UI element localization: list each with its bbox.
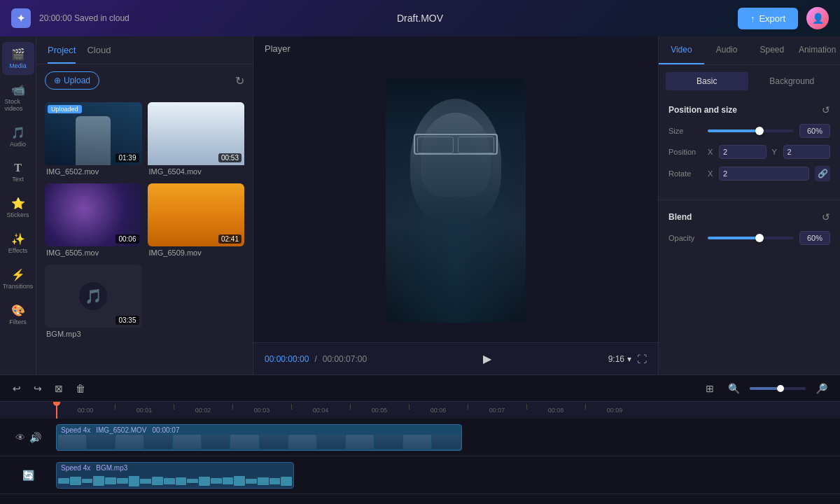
- delete-button[interactable]: 🗑: [71, 380, 90, 397]
- rotate-x-field[interactable]: [719, 167, 809, 181]
- media-duration-4: 02:41: [218, 234, 241, 244]
- reset-position-icon[interactable]: ↺: [822, 104, 830, 115]
- rotate-row: Rotate X 🔗: [668, 166, 830, 181]
- save-status: 20:00:00 Saved in cloud: [39, 13, 729, 23]
- ruler-mark-1: 00:01: [115, 407, 174, 414]
- subtab-basic[interactable]: Basic: [666, 72, 748, 90]
- sidebar-item-media[interactable]: 🎬 Media: [2, 42, 34, 75]
- media-name-1: IMG_6502.mov: [45, 165, 142, 178]
- refresh-button[interactable]: ↻: [235, 74, 244, 88]
- add-track-button[interactable]: ⊞: [701, 380, 718, 397]
- blend-title: Blend: [668, 212, 692, 222]
- size-slider[interactable]: [708, 130, 794, 132]
- size-row: Size 60%: [668, 124, 830, 138]
- stickers-icon: ⭐: [11, 197, 25, 210]
- frame-12: [374, 435, 402, 449]
- zoom-in-button[interactable]: 🔎: [811, 380, 832, 397]
- fullscreen-button[interactable]: ⛶: [637, 354, 647, 365]
- frame-11: [346, 435, 374, 449]
- media-item-1[interactable]: Uploaded 01:39 IMG_6502.mov: [45, 102, 142, 178]
- tab-cloud[interactable]: Cloud: [87, 45, 111, 64]
- video-track-visibility[interactable]: 👁: [15, 432, 25, 443]
- media-item-4[interactable]: 02:41 IMG_6509.mov: [148, 183, 245, 259]
- play-button[interactable]: ▶: [477, 349, 497, 369]
- opacity-value[interactable]: 60%: [799, 231, 830, 245]
- media-duration-2: 00:53: [218, 153, 241, 162]
- frame-10: [317, 435, 345, 449]
- effects-icon: ✨: [11, 232, 25, 246]
- frame-2: [87, 435, 115, 449]
- export-button[interactable]: ↑ Export: [738, 8, 798, 29]
- split-button[interactable]: ⊠: [50, 380, 67, 397]
- wave-bar: [70, 477, 81, 485]
- ruler-mark-6: 00:06: [409, 407, 468, 414]
- uploaded-badge: Uploaded: [48, 105, 82, 113]
- audio-file-icon: 🎵: [79, 282, 107, 310]
- video-track-lock[interactable]: 🔊: [29, 432, 41, 443]
- right-panel: Video Audio Speed Animation Basic Backgr…: [658, 36, 840, 374]
- media-item-3[interactable]: 00:06 IMG_6505.mov: [45, 183, 142, 259]
- position-row: Position X Y: [668, 145, 830, 159]
- wave-bar: [281, 477, 292, 486]
- media-item-5[interactable]: 🎵 03:35 BGM.mp3: [45, 265, 142, 340]
- subtab-background[interactable]: Background: [751, 72, 834, 90]
- topbar-right: ↑ Export 👤: [738, 7, 829, 29]
- upload-button[interactable]: ⊕ Upload: [45, 71, 99, 90]
- opacity-slider[interactable]: [708, 237, 794, 239]
- wave-bar: [176, 477, 187, 485]
- audio-track-lock[interactable]: 🔄: [22, 470, 34, 481]
- position-y-field[interactable]: [783, 145, 831, 159]
- redo-button[interactable]: ↪: [29, 380, 46, 397]
- undo-button[interactable]: ↩: [8, 380, 25, 397]
- reset-blend-icon[interactable]: ↺: [822, 211, 830, 223]
- tab-animation[interactable]: Animation: [794, 36, 840, 64]
- timeline: ↩ ↪ ⊠ 🗑 ⊞ 🔍 🔎 00:00 00:01 00:02 00:03 00…: [0, 374, 840, 504]
- ruler-mark-4: 00:04: [291, 407, 350, 414]
- video-track-block[interactable]: Speed 4x IMG_6502.MOV 00:00:07: [56, 424, 462, 451]
- sidebar-item-effects[interactable]: ✨ Effects: [2, 227, 34, 260]
- ruler-marks: 00:00 00:01 00:02 00:03 00:04 00:05 00:0…: [56, 407, 644, 414]
- wave-bar: [187, 479, 198, 483]
- timeline-playhead[interactable]: [56, 402, 57, 419]
- wave-bar: [234, 476, 245, 486]
- audio-waveform: [57, 474, 293, 488]
- sidebar-item-stickers[interactable]: ⭐ Stickers: [2, 191, 34, 224]
- media-duration-1: 01:39: [115, 153, 139, 162]
- ruler-mark-9: 00:09: [585, 407, 644, 414]
- right-subtabs: Basic Background: [659, 65, 840, 97]
- sidebar-item-stock[interactable]: 📹 Stock videos: [2, 78, 34, 118]
- filters-icon: 🎨: [11, 304, 25, 317]
- sidebar-item-transitions[interactable]: ⚡ Transitions: [2, 262, 34, 295]
- media-item-2[interactable]: 00:53 IMG_6504.mov: [148, 102, 245, 178]
- wave-bar: [82, 479, 93, 483]
- audio-track-block[interactable]: Speed 4x BGM.mp3: [56, 462, 294, 489]
- audio-track-content: Speed 4x BGM.mp3: [56, 456, 840, 493]
- position-x-input: X: [708, 145, 766, 159]
- tab-speed[interactable]: Speed: [750, 36, 795, 64]
- frame-4: [144, 435, 172, 449]
- tab-project[interactable]: Project: [48, 45, 76, 64]
- media-name-3: IMG_6505.mov: [45, 246, 142, 259]
- position-x-field[interactable]: [719, 145, 766, 159]
- position-size-section: Position and size ↺ Size 60% Position X: [659, 97, 840, 195]
- audio-icon: 🎵: [11, 126, 25, 139]
- sidebar-item-text[interactable]: T Text: [2, 156, 34, 188]
- tab-audio[interactable]: Audio: [704, 36, 750, 64]
- ruler-mark-7: 00:07: [468, 407, 526, 414]
- size-value[interactable]: 60%: [799, 124, 830, 138]
- avatar[interactable]: 👤: [806, 7, 829, 29]
- wave-bar: [140, 479, 151, 484]
- export-icon: ↑: [750, 13, 755, 24]
- zoom-slider[interactable]: [750, 387, 806, 390]
- tab-video[interactable]: Video: [659, 36, 704, 64]
- blend-header: Blend ↺: [668, 211, 830, 223]
- rotate-link-button[interactable]: 🔗: [815, 166, 830, 181]
- zoom-out-button[interactable]: 🔍: [724, 380, 744, 397]
- aspect-ratio[interactable]: 9:16 ▾: [608, 354, 631, 364]
- topbar: ✦ 20:00:00 Saved in cloud Draft.MOV ↑ Ex…: [0, 0, 840, 36]
- sidebar-item-filters[interactable]: 🎨 Filters: [2, 298, 34, 331]
- timecode-total: 00:00:07:00: [323, 354, 367, 364]
- sidebar-item-audio[interactable]: 🎵 Audio: [2, 120, 34, 153]
- app-logo[interactable]: ✦: [11, 8, 31, 28]
- frame-1: [58, 435, 86, 449]
